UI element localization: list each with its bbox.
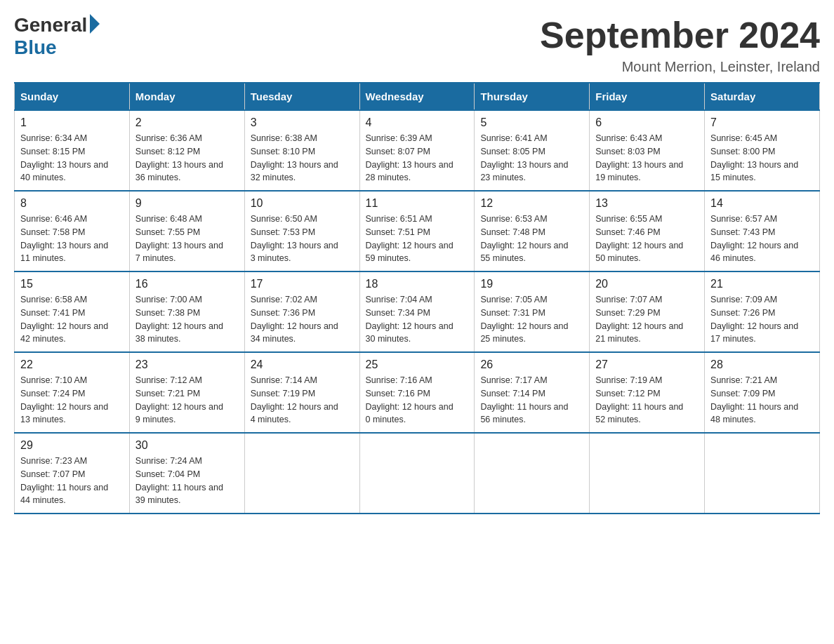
calendar-cell: 23 Sunrise: 7:12 AM Sunset: 7:21 PM Dayl… <box>129 352 244 433</box>
day-number: 29 <box>20 439 124 452</box>
calendar-cell: 29 Sunrise: 7:23 AM Sunset: 7:07 PM Dayl… <box>15 433 130 514</box>
calendar-cell: 8 Sunrise: 6:46 AM Sunset: 7:58 PM Dayli… <box>15 191 130 271</box>
day-number: 22 <box>20 358 124 371</box>
day-number: 17 <box>251 278 354 290</box>
calendar-cell: 6 Sunrise: 6:43 AM Sunset: 8:03 PM Dayli… <box>590 110 705 191</box>
calendar-cell <box>359 433 475 514</box>
col-saturday: Saturday <box>705 83 820 110</box>
calendar-cell: 19 Sunrise: 7:05 AM Sunset: 7:31 PM Dayl… <box>475 271 590 352</box>
day-info: Sunrise: 7:00 AM Sunset: 7:38 PM Dayligh… <box>135 293 239 346</box>
day-info: Sunrise: 7:24 AM Sunset: 7:04 PM Dayligh… <box>135 455 239 507</box>
day-number: 12 <box>480 197 583 210</box>
day-info: Sunrise: 6:48 AM Sunset: 7:55 PM Dayligh… <box>135 213 239 265</box>
day-info: Sunrise: 7:10 AM Sunset: 7:24 PM Dayligh… <box>20 374 124 427</box>
calendar-cell: 26 Sunrise: 7:17 AM Sunset: 7:14 PM Dayl… <box>475 352 590 433</box>
day-number: 11 <box>366 197 469 210</box>
day-number: 5 <box>480 116 583 129</box>
calendar-cell: 4 Sunrise: 6:39 AM Sunset: 8:07 PM Dayli… <box>359 110 475 191</box>
day-info: Sunrise: 7:05 AM Sunset: 7:31 PM Dayligh… <box>480 293 583 346</box>
calendar-cell <box>705 433 820 514</box>
day-number: 27 <box>595 358 699 371</box>
day-number: 8 <box>20 197 124 210</box>
day-info: Sunrise: 7:17 AM Sunset: 7:14 PM Dayligh… <box>480 374 583 427</box>
calendar-cell: 1 Sunrise: 6:34 AM Sunset: 8:15 PM Dayli… <box>15 110 130 191</box>
day-number: 2 <box>135 116 239 129</box>
day-info: Sunrise: 7:21 AM Sunset: 7:09 PM Dayligh… <box>710 374 814 427</box>
day-number: 13 <box>595 197 699 210</box>
day-info: Sunrise: 6:46 AM Sunset: 7:58 PM Dayligh… <box>20 213 124 265</box>
logo-general-text: General <box>14 14 87 36</box>
day-info: Sunrise: 6:58 AM Sunset: 7:41 PM Dayligh… <box>20 293 124 346</box>
day-info: Sunrise: 7:19 AM Sunset: 7:12 PM Dayligh… <box>595 374 699 427</box>
day-info: Sunrise: 7:07 AM Sunset: 7:29 PM Dayligh… <box>595 293 699 346</box>
calendar-cell: 10 Sunrise: 6:50 AM Sunset: 7:53 PM Dayl… <box>244 191 359 271</box>
day-info: Sunrise: 6:43 AM Sunset: 8:03 PM Dayligh… <box>595 132 699 185</box>
calendar-cell: 11 Sunrise: 6:51 AM Sunset: 7:51 PM Dayl… <box>359 191 475 271</box>
day-number: 7 <box>710 116 814 129</box>
calendar-table: Sunday Monday Tuesday Wednesday Thursday… <box>14 82 820 514</box>
day-info: Sunrise: 6:45 AM Sunset: 8:00 PM Dayligh… <box>710 132 814 185</box>
day-info: Sunrise: 7:16 AM Sunset: 7:16 PM Dayligh… <box>366 374 469 427</box>
day-number: 10 <box>251 197 354 210</box>
day-number: 23 <box>135 358 239 371</box>
calendar-cell: 25 Sunrise: 7:16 AM Sunset: 7:16 PM Dayl… <box>359 352 475 433</box>
col-tuesday: Tuesday <box>244 83 359 110</box>
day-number: 6 <box>595 116 699 129</box>
day-info: Sunrise: 6:51 AM Sunset: 7:51 PM Dayligh… <box>366 213 469 265</box>
day-info: Sunrise: 7:14 AM Sunset: 7:19 PM Dayligh… <box>251 374 354 427</box>
col-thursday: Thursday <box>475 83 590 110</box>
day-info: Sunrise: 7:09 AM Sunset: 7:26 PM Dayligh… <box>710 293 814 346</box>
calendar-cell: 24 Sunrise: 7:14 AM Sunset: 7:19 PM Dayl… <box>244 352 359 433</box>
calendar-week-3: 15 Sunrise: 6:58 AM Sunset: 7:41 PM Dayl… <box>15 271 820 352</box>
col-sunday: Sunday <box>15 83 130 110</box>
day-info: Sunrise: 6:38 AM Sunset: 8:10 PM Dayligh… <box>251 132 354 185</box>
calendar-cell: 14 Sunrise: 6:57 AM Sunset: 7:43 PM Dayl… <box>705 191 820 271</box>
day-number: 14 <box>710 197 814 210</box>
day-number: 20 <box>595 278 699 290</box>
day-number: 18 <box>366 278 469 290</box>
logo: General Blue <box>14 14 100 59</box>
calendar-week-5: 29 Sunrise: 7:23 AM Sunset: 7:07 PM Dayl… <box>15 433 820 514</box>
day-number: 19 <box>480 278 583 290</box>
calendar-cell: 5 Sunrise: 6:41 AM Sunset: 8:05 PM Dayli… <box>475 110 590 191</box>
calendar-week-1: 1 Sunrise: 6:34 AM Sunset: 8:15 PM Dayli… <box>15 110 820 191</box>
calendar-cell <box>475 433 590 514</box>
day-info: Sunrise: 6:41 AM Sunset: 8:05 PM Dayligh… <box>480 132 583 185</box>
calendar-cell: 27 Sunrise: 7:19 AM Sunset: 7:12 PM Dayl… <box>590 352 705 433</box>
calendar-header-row: Sunday Monday Tuesday Wednesday Thursday… <box>15 83 820 110</box>
calendar-cell: 2 Sunrise: 6:36 AM Sunset: 8:12 PM Dayli… <box>129 110 244 191</box>
calendar-cell <box>244 433 359 514</box>
calendar-cell <box>590 433 705 514</box>
calendar-cell: 28 Sunrise: 7:21 AM Sunset: 7:09 PM Dayl… <box>705 352 820 433</box>
calendar-cell: 9 Sunrise: 6:48 AM Sunset: 7:55 PM Dayli… <box>129 191 244 271</box>
month-title: September 2024 <box>540 14 820 56</box>
day-number: 21 <box>710 278 814 290</box>
day-info: Sunrise: 7:23 AM Sunset: 7:07 PM Dayligh… <box>20 455 124 507</box>
calendar-cell: 20 Sunrise: 7:07 AM Sunset: 7:29 PM Dayl… <box>590 271 705 352</box>
day-number: 26 <box>480 358 583 371</box>
day-number: 3 <box>251 116 354 129</box>
day-info: Sunrise: 6:53 AM Sunset: 7:48 PM Dayligh… <box>480 213 583 265</box>
day-number: 16 <box>135 278 239 290</box>
calendar-cell: 16 Sunrise: 7:00 AM Sunset: 7:38 PM Dayl… <box>129 271 244 352</box>
day-info: Sunrise: 6:55 AM Sunset: 7:46 PM Dayligh… <box>595 213 699 265</box>
calendar-cell: 7 Sunrise: 6:45 AM Sunset: 8:00 PM Dayli… <box>705 110 820 191</box>
calendar-cell: 12 Sunrise: 6:53 AM Sunset: 7:48 PM Dayl… <box>475 191 590 271</box>
day-number: 4 <box>366 116 469 129</box>
calendar-cell: 30 Sunrise: 7:24 AM Sunset: 7:04 PM Dayl… <box>129 433 244 514</box>
day-info: Sunrise: 6:39 AM Sunset: 8:07 PM Dayligh… <box>366 132 469 185</box>
calendar-cell: 13 Sunrise: 6:55 AM Sunset: 7:46 PM Dayl… <box>590 191 705 271</box>
day-info: Sunrise: 7:12 AM Sunset: 7:21 PM Dayligh… <box>135 374 239 427</box>
day-number: 30 <box>135 439 239 452</box>
col-friday: Friday <box>590 83 705 110</box>
calendar-cell: 3 Sunrise: 6:38 AM Sunset: 8:10 PM Dayli… <box>244 110 359 191</box>
calendar-week-2: 8 Sunrise: 6:46 AM Sunset: 7:58 PM Dayli… <box>15 191 820 271</box>
day-info: Sunrise: 7:04 AM Sunset: 7:34 PM Dayligh… <box>366 293 469 346</box>
day-number: 24 <box>251 358 354 371</box>
calendar-week-4: 22 Sunrise: 7:10 AM Sunset: 7:24 PM Dayl… <box>15 352 820 433</box>
col-wednesday: Wednesday <box>359 83 475 110</box>
location-subtitle: Mount Merrion, Leinster, Ireland <box>540 59 820 75</box>
day-info: Sunrise: 7:02 AM Sunset: 7:36 PM Dayligh… <box>251 293 354 346</box>
logo-blue-text: Blue <box>14 36 57 59</box>
day-info: Sunrise: 6:34 AM Sunset: 8:15 PM Dayligh… <box>20 132 124 185</box>
